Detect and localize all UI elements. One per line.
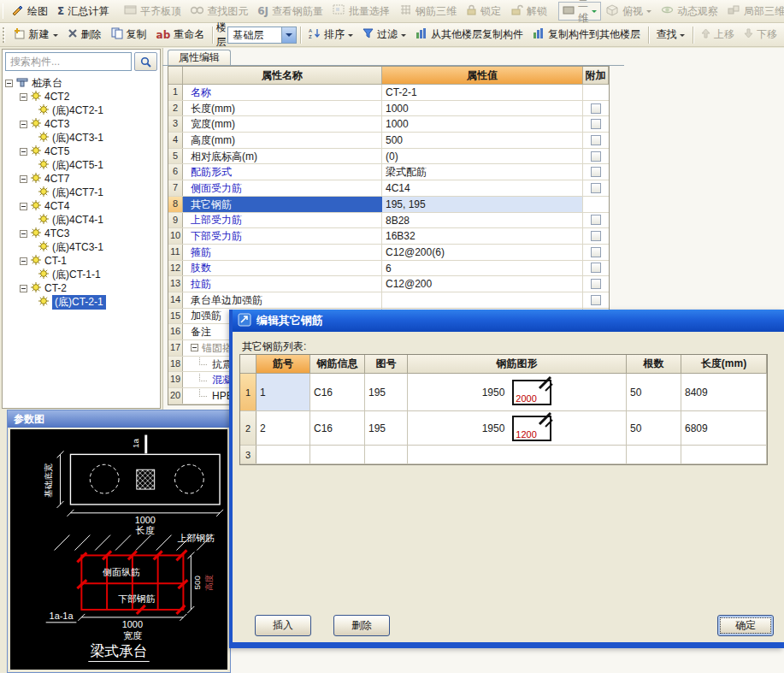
rebar-3d-button[interactable]: 钢筋三维	[395, 2, 461, 21]
tree-group[interactable]: CT-1	[5, 254, 158, 268]
delete-row-button[interactable]: 删除	[333, 615, 390, 636]
draw-button[interactable]: 绘图	[7, 2, 52, 21]
toolbar-grip[interactable]	[3, 3, 3, 19]
shape-cell[interactable]: 1950 2000	[408, 374, 627, 410]
bar-no-cell[interactable]: 2	[256, 411, 310, 445]
shape-cell[interactable]: 1950 1200	[408, 411, 627, 445]
extra-checkbox[interactable]	[591, 215, 601, 225]
extra-checkbox[interactable]	[591, 183, 601, 193]
ok-button[interactable]: 确定	[717, 615, 774, 636]
length-cell[interactable]: 6809	[681, 411, 767, 445]
collapse-icon[interactable]	[20, 148, 27, 156]
tree-item[interactable]: (底)4CT7-1	[5, 186, 158, 199]
collapse-icon[interactable]	[20, 257, 27, 265]
extra-checkbox[interactable]	[591, 167, 601, 177]
info-cell[interactable]: C16	[310, 411, 365, 445]
copy-from-other-floor-button[interactable]: 从其他楼层复制构件	[411, 26, 528, 44]
copy-to-other-floor-button[interactable]: 复制构件到其他楼层	[528, 26, 645, 44]
insert-button[interactable]: 插入	[255, 615, 311, 636]
tree-group[interactable]: 4CT7	[5, 172, 158, 186]
sort-az-icon: AZ	[309, 27, 321, 42]
count-cell[interactable]	[627, 446, 681, 463]
shape-cell[interactable]	[408, 446, 627, 463]
fig-no-cell[interactable]: 195	[365, 374, 408, 410]
move-down-button[interactable]: 下移	[740, 26, 781, 44]
new-button[interactable]: 新建	[9, 26, 62, 44]
tree-item[interactable]: (底)4CT3-1	[5, 131, 158, 145]
collapse-icon[interactable]	[20, 121, 27, 128]
column-header-value: 属性值	[382, 67, 583, 85]
parameter-panel-titlebar[interactable]: 参数图	[8, 410, 230, 428]
dynamic-observe-button[interactable]: 动态观察	[657, 2, 722, 21]
count-cell[interactable]: 50	[627, 374, 681, 410]
tree-group[interactable]: 4CT2	[5, 90, 158, 103]
move-up-button[interactable]: 上移	[697, 26, 739, 44]
collapse-icon[interactable]	[20, 175, 27, 183]
collapse-icon[interactable]	[20, 230, 27, 238]
find-element-button[interactable]: 查找图元	[186, 2, 252, 21]
tree-item[interactable]: (底)4TC3-1	[5, 240, 158, 254]
bar-no-cell[interactable]	[256, 446, 310, 463]
fig-no-cell[interactable]	[365, 446, 408, 463]
tree-item-selected[interactable]: (底)CT-2-1	[5, 295, 158, 309]
extra-checkbox[interactable]	[591, 135, 601, 145]
length-cell[interactable]: 8409	[681, 374, 767, 410]
floor-select[interactable]: 基础层	[227, 27, 297, 44]
extra-checkbox[interactable]	[591, 231, 601, 241]
extra-checkbox[interactable]	[591, 119, 601, 129]
property-table-header: 属性名称 属性值 附加	[168, 67, 609, 85]
bar-no-cell[interactable]: 1	[256, 374, 310, 410]
collapse-icon[interactable]	[20, 285, 27, 292]
tree-group[interactable]: 4CT3	[5, 117, 158, 131]
align-slab-top-button[interactable]: 平齐板顶	[120, 2, 186, 21]
tree-group[interactable]: 4TC3	[5, 227, 158, 240]
unlock-button[interactable]: 解锁	[506, 2, 551, 21]
filter-button[interactable]: 过滤	[358, 26, 410, 44]
tree-item[interactable]: (底)4CT2-1	[5, 103, 158, 117]
chevron-down-icon	[680, 34, 685, 39]
summary-calc-button[interactable]: Σ 汇总计算	[53, 2, 113, 21]
column-header-shape: 钢筋图形	[408, 355, 627, 374]
extra-checkbox[interactable]	[591, 295, 601, 305]
collapse-icon[interactable]	[5, 80, 13, 87]
extra-checkbox[interactable]	[591, 151, 601, 162]
local-3d-button[interactable]: 局部三维	[723, 2, 784, 21]
count-cell[interactable]: 50	[627, 411, 681, 445]
top-view-button[interactable]: 俯视	[602, 2, 656, 21]
tree-item[interactable]: (底)CT-1-1	[5, 268, 158, 281]
search-button[interactable]	[134, 52, 157, 71]
tree-root[interactable]: 桩承台	[5, 76, 158, 90]
rename-button[interactable]: ab 重命名	[152, 26, 209, 44]
extra-checkbox[interactable]	[591, 263, 601, 273]
combo-chevron-icon[interactable]	[281, 27, 296, 43]
rebar-3d-icon	[399, 4, 412, 18]
delete-button[interactable]: 删除	[63, 26, 106, 44]
collapse-icon[interactable]	[20, 93, 27, 101]
tree-group[interactable]: CT-2	[5, 281, 158, 295]
fig-no-cell[interactable]: 195	[365, 411, 408, 445]
dialog-titlebar[interactable]: 编辑其它钢筋	[233, 310, 784, 332]
tab-property-editor[interactable]: 属性编辑	[168, 50, 231, 66]
search-input[interactable]	[5, 52, 132, 71]
lock-button[interactable]: 锁定	[462, 2, 505, 21]
tree-item[interactable]: (底)4CT4-1	[5, 213, 158, 227]
tree-group[interactable]: 4CT4	[5, 199, 158, 213]
arrow-up-icon	[701, 28, 710, 41]
info-cell[interactable]	[310, 446, 365, 463]
copy-button[interactable]: 复制	[107, 26, 151, 44]
collapse-icon[interactable]	[20, 203, 27, 210]
extra-checkbox[interactable]	[591, 247, 601, 257]
extra-checkbox[interactable]	[591, 103, 601, 114]
view-2d-select[interactable]: 二维	[558, 2, 601, 21]
sort-button[interactable]: AZ 排序	[304, 26, 357, 44]
info-cell[interactable]: C16	[310, 374, 365, 410]
extra-checkbox[interactable]	[591, 279, 601, 289]
batch-select-button[interactable]: 批量选择	[328, 2, 394, 21]
view-rebar-qty-button[interactable]: 6J 查看钢筋量	[253, 2, 327, 21]
length-cell[interactable]	[681, 446, 767, 463]
collapse-icon[interactable]	[191, 344, 198, 351]
tree-item[interactable]: (底)4CT5-1	[5, 158, 158, 172]
find-button[interactable]: 查找	[651, 26, 689, 44]
toolbar-grip[interactable]	[3, 27, 5, 43]
tree-group[interactable]: 4CT5	[5, 145, 158, 158]
